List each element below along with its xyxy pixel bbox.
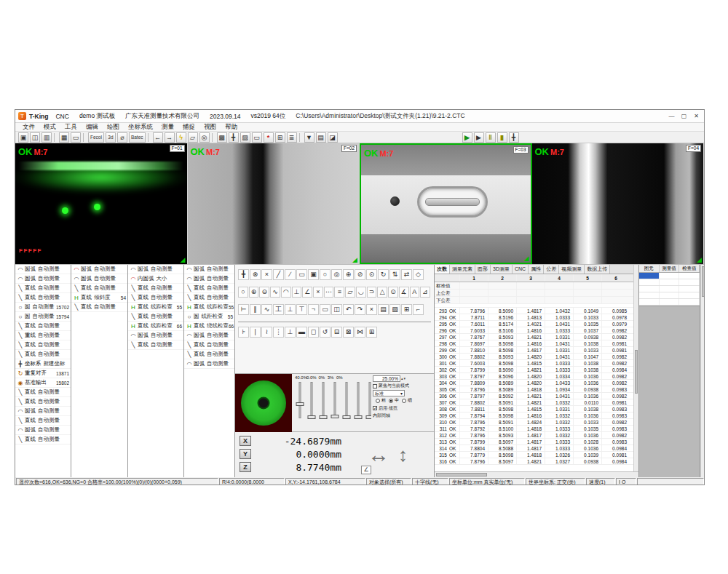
results-tab-6[interactable]: 公差 — [544, 265, 559, 274]
resize-grip-icon[interactable]: ◢ — [524, 255, 529, 262]
palette-tool-icon[interactable]: A — [410, 287, 420, 298]
crosshair-button[interactable]: ╋ — [229, 132, 239, 143]
palette-tool-icon[interactable]: ╋ — [238, 269, 249, 280]
palette-tool-icon[interactable]: ⊥ — [285, 304, 296, 315]
result-row[interactable]: 303OK7.87978.50961.48201.03340.10360.098… — [435, 373, 638, 380]
measure-item[interactable]: ◠圆弧自动测量 — [15, 407, 71, 416]
menu-item-8[interactable]: 视图 — [199, 123, 221, 132]
measure-item[interactable]: H直线倾斜度54 — [71, 293, 127, 303]
palette-tool-icon[interactable]: × — [261, 269, 272, 280]
palette-tool-icon[interactable]: ◇ — [413, 269, 424, 280]
menu-item-5[interactable]: 坐标系统 — [124, 123, 157, 132]
result-row[interactable]: 301OK7.60038.50981.48151.03330.10380.098… — [435, 360, 638, 367]
measure-item[interactable]: ╲直线自动测量 — [15, 284, 71, 293]
light-slider[interactable] — [330, 381, 340, 419]
measure-item[interactable]: H直线线距检查66 — [128, 322, 183, 331]
measure-item[interactable]: ◠圆弧自动测量 — [15, 265, 71, 274]
palette-tool-icon[interactable]: ▭ — [320, 304, 331, 315]
detect-button[interactable]: Batec — [129, 132, 146, 143]
menu-item-1[interactable]: 模式 — [39, 123, 60, 132]
element-row[interactable] — [639, 292, 700, 299]
measure-item[interactable]: ↻重复对齐13871 — [15, 369, 71, 378]
measure-item[interactable]: ╲重线自动测量 — [15, 331, 71, 340]
results-tab-1[interactable]: 测量元素 — [450, 265, 475, 274]
list-view-button[interactable]: ≣ — [287, 132, 297, 143]
measure-item[interactable]: ◠圆弧自动测量 — [184, 359, 234, 369]
measure-item[interactable]: ◠圆弧自动测量 — [71, 274, 127, 284]
preset-select[interactable]: 标准▾ — [373, 390, 405, 396]
measure-item[interactable]: ○圆自动测量15702 — [15, 303, 71, 312]
resize-grip-icon[interactable]: ◢ — [352, 257, 357, 263]
menu-item-2[interactable]: 工具 — [60, 123, 82, 132]
result-row[interactable]: 305OK7.87968.50891.48181.09340.09380.098… — [435, 386, 638, 393]
measure-item[interactable]: ╲直线自动测量 — [184, 293, 234, 303]
grade-coarse-radio[interactable] — [376, 399, 380, 403]
result-row[interactable]: 299OK7.88108.50981.48171.03310.10330.098… — [435, 347, 638, 354]
result-row[interactable]: 298OK7.86978.50981.48161.04310.10380.098… — [435, 340, 638, 347]
measure-item[interactable]: ╲直线自动测量 — [71, 284, 127, 293]
palette-tool-icon[interactable]: ↻ — [378, 269, 389, 280]
folders-button[interactable]: ▤ — [316, 132, 326, 143]
measure-item[interactable]: ╲直线自动测量 — [184, 340, 234, 350]
measure-item[interactable]: ◠圆弧自动测量 — [184, 331, 234, 340]
camera-viewport-3[interactable]: OKM:7 F=03 ◢ — [360, 143, 532, 264]
measure-item[interactable]: ◠圆弧自动测量 — [184, 265, 234, 274]
draw-rect-button[interactable]: ▭ — [71, 132, 81, 143]
result-row[interactable]: 296OK7.60338.51061.48161.03330.10370.098… — [435, 327, 638, 334]
focus-button[interactable]: Fecol — [88, 132, 104, 143]
camera-viewport-1[interactable]: OKM:7 F=01 FFFFF ◢ — [15, 143, 188, 264]
measure-item[interactable]: ◠圆弧自动测量 — [15, 426, 71, 435]
measure-item[interactable]: ╲直线自动测量 — [15, 435, 71, 445]
result-row[interactable]: 311OK7.87928.51001.48181.03330.10350.098… — [435, 426, 638, 432]
palette-tool-icon[interactable]: × — [313, 287, 323, 298]
3d-mode-button[interactable]: 3d — [106, 132, 116, 143]
save-file-button[interactable]: ▥ — [41, 132, 52, 143]
palette-tool-icon[interactable]: ⊞ — [401, 304, 412, 315]
settings-button[interactable]: ╋ — [509, 132, 519, 143]
measure-item[interactable]: ╲直线自动测量 — [184, 350, 234, 359]
palette-tool-icon[interactable]: ⊟ — [331, 327, 342, 338]
palette-tool-icon[interactable]: ⊢ — [238, 304, 249, 315]
palette-tool-icon[interactable]: ▨ — [389, 304, 400, 315]
menu-item-0[interactable]: 文件 — [18, 123, 39, 132]
measure-item[interactable]: ╲直线自动测量 — [15, 416, 71, 426]
palette-tool-icon[interactable]: ∥ — [250, 304, 261, 315]
palette-tool-icon[interactable]: ⊦ — [238, 327, 249, 338]
result-row[interactable]: 293OK7.87968.50901.48171.04320.10490.098… — [435, 308, 638, 314]
palette-tool-icon[interactable]: ⊕ — [249, 287, 259, 298]
grid-plus-button[interactable]: ⊞ — [275, 132, 285, 143]
palette-tool-icon[interactable]: ▭ — [296, 269, 307, 280]
palette-tool-icon[interactable]: ⊥ — [292, 287, 302, 298]
pause-button[interactable]: ‖ — [486, 132, 496, 143]
result-row[interactable]: 306OK7.87978.50921.48211.04310.10360.098… — [435, 393, 638, 399]
jog-horizontal-icon[interactable]: ↔ — [368, 442, 389, 467]
measure-item[interactable]: ○圆线距检查55 — [184, 312, 234, 322]
palette-tool-icon[interactable]: ▱ — [345, 287, 355, 298]
measure-item[interactable]: ◠圆弧自动测量 — [184, 274, 234, 284]
menu-item-7[interactable]: 捕捉 — [178, 123, 199, 132]
palette-tool-icon[interactable]: ↶ — [343, 304, 354, 315]
measure-item[interactable]: H直线线距检查55 — [128, 303, 183, 312]
palette-tool-icon[interactable]: ◫ — [331, 304, 342, 315]
result-row[interactable]: 300OK7.88028.50931.48201.04310.10470.098… — [435, 354, 638, 360]
measure-item[interactable]: ╲直线自动测量 — [15, 388, 71, 397]
angle-display-button[interactable]: ∠ — [361, 466, 371, 474]
palette-tool-icon[interactable]: ◎ — [331, 269, 342, 280]
palette-tool-icon[interactable]: ⌐ — [413, 304, 424, 315]
palette-tool-icon[interactable]: ⊖ — [259, 287, 269, 298]
camera-viewport-4[interactable]: OKM:7 F=04 ◢ — [532, 143, 705, 264]
palette-tool-icon[interactable]: ∕ — [285, 269, 296, 280]
spinner-down-icon[interactable]: ▾ — [404, 376, 406, 382]
palette-tool-icon[interactable]: ⇄ — [401, 269, 412, 280]
light-slider[interactable] — [318, 381, 328, 419]
resize-grip-icon[interactable]: ◢ — [181, 257, 186, 263]
element-row[interactable] — [639, 299, 700, 306]
palette-tool-icon[interactable]: ≀ — [261, 327, 272, 338]
measure-item[interactable]: ╲直线自动测量 — [71, 303, 127, 312]
measure-item[interactable]: ╲直线自动测量 — [128, 293, 183, 303]
palette-tool-icon[interactable]: ⊿ — [420, 287, 430, 298]
axis-y-chip[interactable]: Y — [240, 449, 251, 459]
measure-item[interactable]: ╲直线自动测量 — [15, 350, 71, 359]
measure-item[interactable]: ◠圆弧自动测量 — [128, 265, 183, 274]
jog-vertical-icon[interactable]: ↕ — [398, 444, 408, 466]
